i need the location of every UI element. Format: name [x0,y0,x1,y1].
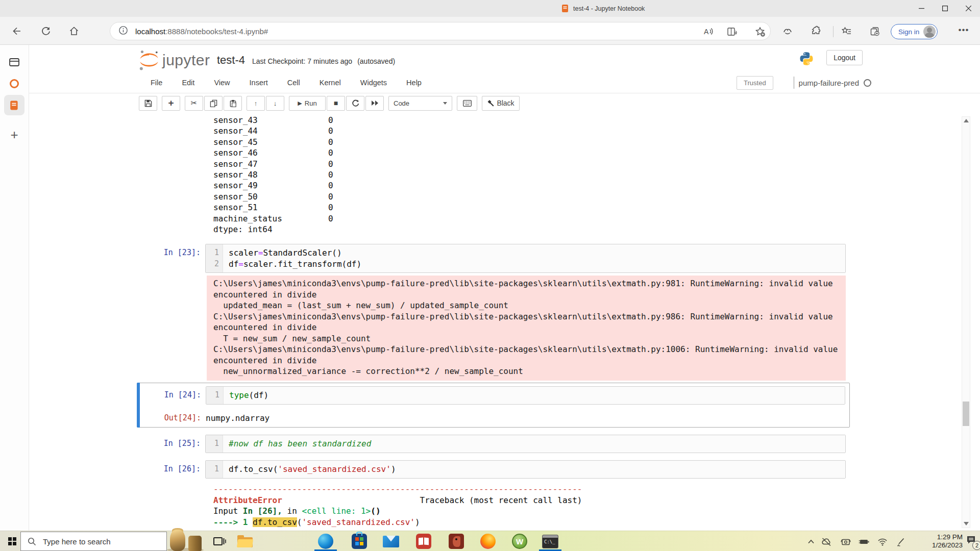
notification-count-badge: 2 [972,541,980,550]
series-name: sensor_45 [213,137,258,147]
series-name: sensor_46 [213,148,258,158]
onedrive-icon[interactable] [821,536,832,547]
edge-vertical-tabs: + [0,45,29,531]
input-prompt: In [26]: [137,460,205,479]
stderr-line: updated_mean = (last_sum + new_sum) / up… [213,300,842,311]
firefox-icon[interactable] [478,531,498,551]
scrollbar[interactable] [962,116,970,528]
back-icon[interactable] [11,25,23,37]
code-cell: In [23]:1 2scaler=StandardScaler()df=sca… [137,244,846,273]
hidden-icons-chevron-icon[interactable] [805,536,817,547]
search-highlight-image[interactable] [167,528,204,551]
sign-in-button[interactable]: Sign in [891,24,938,39]
clock-date: 1/26/2023 [916,541,963,549]
mail-icon[interactable] [381,531,401,551]
scroll-up-icon[interactable] [964,119,969,122]
cast-icon[interactable] [840,536,851,547]
output-prompt: Out[24]: [137,409,206,424]
stderr-line: new_unnormalized_variance -= correction*… [213,366,842,377]
url-text[interactable]: localhost:8888/notebooks/test-4.ipynb# [135,27,268,36]
search-input[interactable] [43,537,145,546]
pen-icon[interactable] [895,536,906,547]
input-prompt: In [23]: [137,244,205,273]
avatar [923,26,936,38]
immersive-reader-icon[interactable] [726,26,738,37]
line-numbers: 1 2 [206,244,223,272]
code-line: type(df) [229,390,845,401]
maximize-button[interactable] [933,0,957,17]
code-input[interactable]: 1#now df has been standardized [205,435,846,453]
new-tab-icon[interactable]: + [4,124,24,145]
extension-icon[interactable] [782,26,793,37]
minimize-button[interactable] [910,0,933,17]
stderr-line: C:\Users\james\miniconda3\envs\pump-fail… [213,278,842,289]
notifications-icon[interactable]: 2 [966,535,979,548]
windows-logo-icon [8,537,16,545]
output-row: Out[24]:numpy.ndarray [137,409,845,424]
tab-actions-icon[interactable] [4,52,24,72]
series-row: sensor_440 [213,126,282,136]
series-value: 0 [328,115,333,126]
series-row: sensor_480 [213,169,282,180]
series-row: sensor_510 [213,202,282,213]
taskbar: W C:\_ 1:29 PM 1/26/2023 2 [0,531,980,551]
clock-time: 1:29 PM [916,533,963,541]
series-value: 0 [328,159,333,169]
scroll-down-icon[interactable] [964,522,969,525]
selected-cell[interactable]: In [24]:1type(df)Out[24]:numpy.ndarray [137,383,850,428]
store-icon[interactable] [349,531,370,551]
address-bar[interactable]: localhost:8888/notebooks/test-4.ipynb# A [110,22,771,40]
code-input[interactable]: 1 2scaler=StandardScaler()df=scaler.fit_… [205,244,846,273]
code-cell: In [26]:1df.to_csv('saved_stanardized.cs… [137,460,846,479]
code-cell: In [25]:1#now df has been standardized [137,435,846,453]
selected-cell-indicator [137,383,140,428]
refresh-icon[interactable] [40,25,52,37]
series-row: machine_status0 [213,213,282,224]
series-value: 0 [328,213,333,224]
browser-toolbar: localhost:8888/notebooks/test-4.ipynb# A… [0,17,980,45]
read-aloud-icon[interactable]: A [702,26,714,37]
stderr-line: encountered in divide [213,322,842,333]
home-icon[interactable] [68,25,80,37]
code-text: type(df) [224,387,845,404]
file-explorer-icon[interactable] [235,531,255,551]
jupyter-favicon [561,4,569,13]
code-input[interactable]: 1type(df) [206,386,845,405]
traceback-line: Input In [26], in <cell line: 1>() [213,506,582,517]
series-row: sensor_500 [213,191,282,202]
wifi-icon[interactable] [877,536,888,547]
browser-menu-icon[interactable]: ••• [957,25,970,37]
scrollbar-thumb[interactable] [963,402,969,426]
series-row: sensor_470 [213,159,282,169]
taskbar-search[interactable] [20,532,167,551]
collections-icon[interactable] [869,26,880,37]
edge-icon[interactable] [315,531,336,551]
notebook-area: sensor_430sensor_440sensor_450sensor_460… [29,45,980,531]
terminal-icon[interactable]: C:\_ [540,531,560,551]
series-row: sensor_490 [213,180,282,191]
extensions-puzzle-icon[interactable] [811,26,822,37]
clock[interactable]: 1:29 PM 1/26/2023 [916,533,963,549]
site-info-icon[interactable] [118,26,128,37]
tab-notebook-icon[interactable] [4,95,24,115]
code-text: df.to_csv('saved_stanardized.csv') [223,461,845,478]
code-input[interactable]: 1df.to_csv('saved_stanardized.csv') [205,460,846,479]
code-text: scaler=StandardScaler()df=scaler.fit_tra… [223,244,845,272]
battery-icon[interactable] [859,536,870,547]
line-numbers: 1 [206,461,223,478]
toolbar-divider [833,26,834,37]
screen: test-4 - Jupyter Notebook localhost:8888… [0,0,980,551]
add-favorite-icon[interactable] [754,26,766,37]
task-view-icon[interactable] [209,531,230,551]
viewer-app-icon[interactable] [446,531,467,551]
series-row: sensor_460 [213,147,282,158]
favorites-icon[interactable] [841,26,852,37]
series-name: sensor_48 [213,170,258,180]
tab-jupyter-home-icon[interactable] [4,73,24,94]
series-value: 0 [328,180,333,191]
webroot-icon[interactable]: W [509,531,530,551]
traceback-line: ----------------------------------------… [213,484,582,495]
close-button[interactable] [957,0,980,17]
reader-app-icon[interactable] [413,531,434,551]
stderr-line: encountered in divide [213,355,842,366]
